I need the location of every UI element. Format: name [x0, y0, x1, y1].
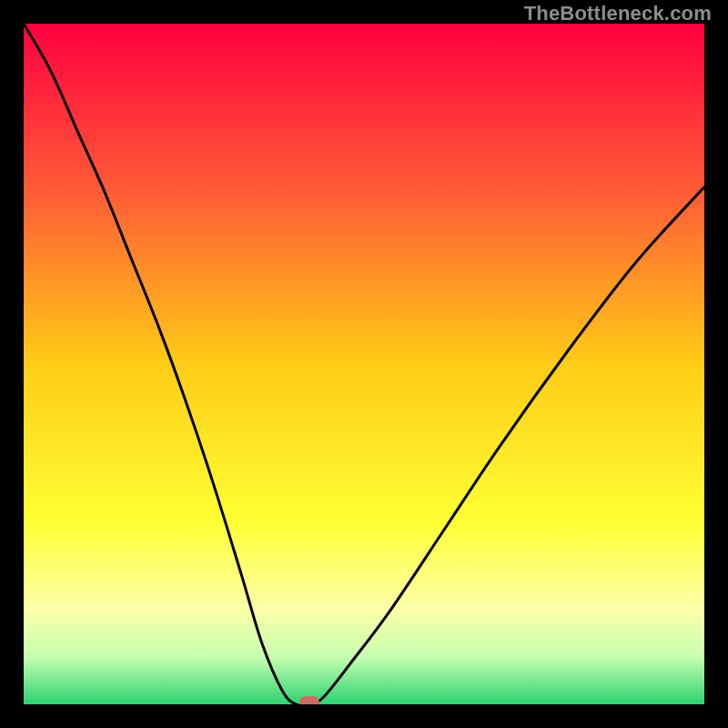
- watermark-text: TheBottleneck.com: [524, 2, 712, 25]
- optimum-marker: [299, 696, 319, 704]
- bottleneck-chart: [24, 24, 704, 704]
- gradient-background: [24, 24, 704, 704]
- chart-frame: TheBottleneck.com: [0, 0, 728, 728]
